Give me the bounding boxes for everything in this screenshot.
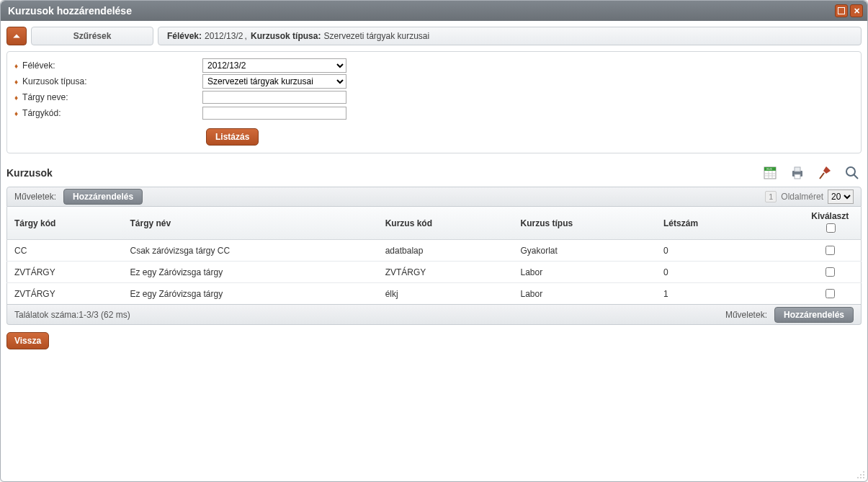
- cell-headcount: 0: [656, 240, 800, 262]
- table-row: CCCsak záróvizsga tárgy CCadatbalapGyako…: [7, 240, 862, 262]
- summary-coursetype-label: Kurzusok típusa:: [251, 31, 321, 41]
- row-select-checkbox[interactable]: [826, 289, 835, 298]
- summary-semester-label: Félévek:: [167, 31, 202, 41]
- bullet-icon: ♦: [14, 94, 18, 102]
- cell-subject-name: Csak záróvizsga tárgy CC: [122, 240, 377, 262]
- operations-label-bottom: Műveletek:: [725, 310, 767, 320]
- cell-course-type: Labor: [513, 283, 656, 305]
- close-icon[interactable]: [850, 4, 863, 17]
- assign-button-bottom[interactable]: Hozzárendelés: [774, 307, 854, 323]
- table-row: ZVTÁRGYEz egy Záróvizsga tárgyélkjLabor1: [7, 283, 862, 305]
- cell-course-code: élkj: [378, 283, 514, 305]
- back-button[interactable]: Vissza: [6, 332, 49, 349]
- window-titlebar: Kurzusok hozzárendelése: [1, 1, 867, 21]
- table-row: ZVTÁRGYEz egy Záróvizsga tárgyZVTÁRGYLab…: [7, 262, 862, 283]
- cell-subject-name: Ez egy Záróvizsga tárgy: [122, 262, 377, 283]
- subject-name-input[interactable]: [202, 91, 346, 104]
- svg-rect-8: [795, 167, 800, 171]
- window-title: Kurzusok hozzárendelése: [8, 5, 132, 17]
- svg-rect-9: [795, 174, 800, 179]
- svg-line-10: [820, 173, 824, 179]
- col-headcount: Létszám: [656, 207, 800, 240]
- search-icon[interactable]: [843, 164, 862, 182]
- summary-coursetype-value: Szervezeti tárgyak kurzusai: [323, 31, 429, 41]
- print-icon[interactable]: [788, 164, 807, 182]
- courses-table: Tárgy kód Tárgy név Kurzus kód Kurzus tí…: [6, 207, 862, 305]
- col-subject-code: Tárgy kód: [7, 207, 123, 240]
- svg-line-12: [854, 174, 858, 179]
- filters-summary: Félévek: 2012/13/2 , Kurzusok típusa: Sz…: [158, 27, 862, 45]
- semester-label: Félévek:: [22, 61, 202, 71]
- resize-grip-icon[interactable]: [854, 468, 864, 478]
- cell-course-type: Gyakorlat: [513, 240, 656, 262]
- list-button[interactable]: Listázás: [206, 128, 259, 146]
- course-type-select[interactable]: Szervezeti tárgyak kurzusai: [202, 74, 346, 89]
- col-course-code: Kurzus kód: [378, 207, 514, 240]
- section-title: Kurzusok: [6, 167, 53, 179]
- page-size-label: Oldalméret: [781, 192, 823, 202]
- row-select-checkbox[interactable]: [826, 246, 835, 255]
- cell-course-type: Labor: [513, 262, 656, 283]
- bullet-icon: ♦: [14, 62, 18, 70]
- assign-button-top[interactable]: Hozzárendelés: [63, 189, 143, 205]
- summary-semester-value: 2012/13/2: [205, 31, 243, 41]
- bullet-icon: ♦: [14, 78, 18, 86]
- results-count: Találatok száma:1-3/3 (62 ms): [14, 310, 130, 320]
- table-header-row: Tárgy kód Tárgy név Kurzus kód Kurzus tí…: [7, 207, 862, 240]
- cell-subject-code: CC: [7, 240, 123, 262]
- semester-select[interactable]: 2012/13/2: [202, 58, 346, 73]
- cell-course-code: adatbalap: [378, 240, 514, 262]
- col-course-type: Kurzus típus: [513, 207, 656, 240]
- col-select: Kiválaszt: [800, 207, 862, 240]
- cell-subject-name: Ez egy Záróvizsga tárgy: [122, 283, 377, 305]
- subject-code-input[interactable]: [202, 107, 346, 120]
- bullet-icon: ♦: [14, 110, 18, 117]
- page-number: 1: [765, 191, 777, 202]
- cell-headcount: 0: [656, 262, 800, 283]
- maximize-icon[interactable]: [835, 4, 848, 17]
- col-subject-name: Tárgy név: [122, 207, 377, 240]
- operations-label: Műveletek:: [14, 192, 56, 202]
- cell-course-code: ZVTÁRGY: [378, 262, 514, 283]
- subject-name-label: Tárgy neve:: [22, 92, 202, 102]
- cell-headcount: 1: [656, 283, 800, 305]
- svg-text:XLS: XLS: [766, 167, 772, 171]
- select-all-checkbox[interactable]: [826, 223, 836, 233]
- subject-code-label: Tárgykód:: [22, 108, 202, 118]
- collapse-filters-button[interactable]: [6, 27, 27, 45]
- row-select-checkbox[interactable]: [826, 267, 835, 277]
- page-size-select[interactable]: 20: [828, 189, 854, 204]
- course-type-label: Kurzusok típusa:: [22, 76, 202, 86]
- filters-panel: ♦ Félévek: 2012/13/2 ♦ Kurzusok típusa: …: [6, 51, 862, 153]
- cell-subject-code: ZVTÁRGY: [7, 283, 123, 305]
- export-xls-icon[interactable]: XLS: [761, 164, 779, 182]
- cell-subject-code: ZVTÁRGY: [7, 262, 123, 283]
- pin-icon[interactable]: [815, 164, 834, 182]
- filters-heading: Szűrések: [31, 27, 153, 45]
